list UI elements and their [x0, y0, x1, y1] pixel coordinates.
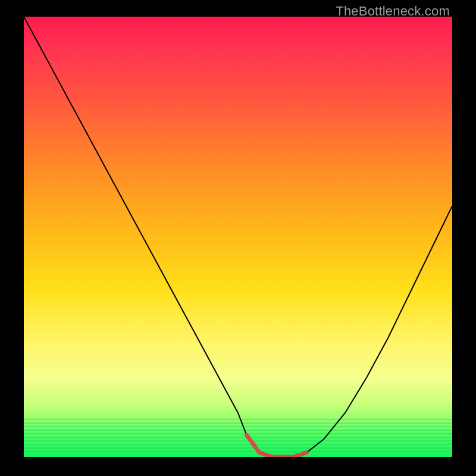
- chart-area: [24, 17, 452, 457]
- curve-svg: [24, 17, 452, 457]
- bottleneck-curve: [24, 17, 452, 457]
- watermark-label: TheBottleneck.com: [336, 4, 450, 19]
- optimal-range-marker: [246, 435, 306, 457]
